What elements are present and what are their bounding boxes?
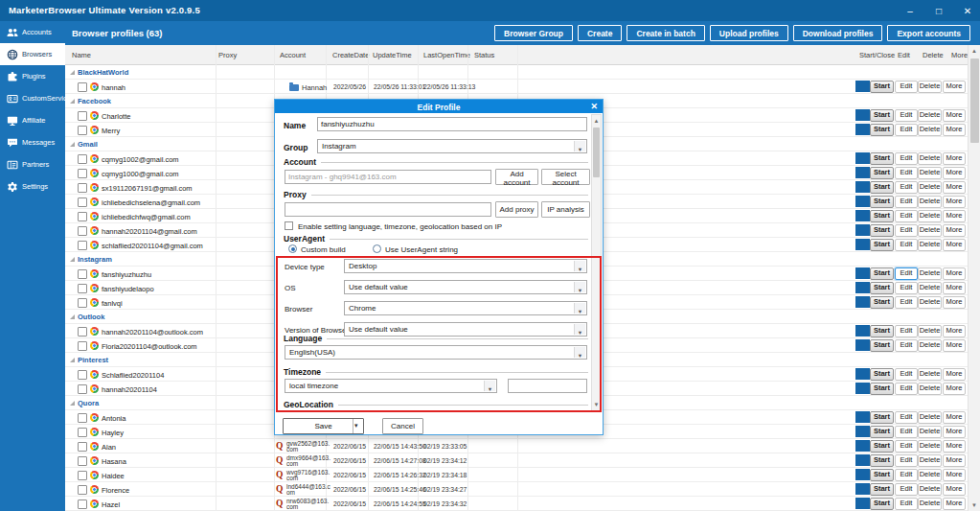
delete-button[interactable]: Delete bbox=[918, 196, 942, 208]
edit-button[interactable]: Edit bbox=[895, 239, 918, 251]
download-profiles-button[interactable]: Download profiles bbox=[793, 25, 883, 41]
group-row[interactable]: BlackHatWorld bbox=[65, 65, 968, 80]
add-proxy-button[interactable]: Add proxy bbox=[495, 201, 538, 218]
edit-button[interactable]: Edit bbox=[895, 224, 918, 237]
sidebar-item-affiliate[interactable]: Affiliate bbox=[0, 109, 65, 131]
delete-button[interactable]: Delete bbox=[918, 368, 942, 381]
start-button[interactable]: Start bbox=[870, 267, 894, 280]
column-header-createdate[interactable]: CreateDate bbox=[332, 51, 369, 59]
select-account-button[interactable]: Select account bbox=[541, 169, 590, 185]
start-button[interactable]: Start bbox=[870, 152, 894, 165]
start-button[interactable]: Start bbox=[870, 196, 894, 208]
edit-button[interactable]: Edit bbox=[895, 167, 918, 179]
group-expand-icon[interactable] bbox=[70, 257, 75, 262]
edit-button[interactable]: Edit bbox=[895, 296, 918, 309]
start-button[interactable]: Start bbox=[870, 81, 894, 93]
delete-button[interactable]: Delete bbox=[918, 498, 942, 510]
column-header-edit[interactable]: Edit bbox=[898, 51, 910, 59]
sidebar-item-messages[interactable]: Messages bbox=[0, 131, 65, 153]
group-dropdown[interactable]: Instagram bbox=[317, 139, 587, 153]
more-button[interactable]: More bbox=[943, 109, 966, 122]
start-button[interactable]: Start bbox=[870, 124, 894, 136]
edit-button[interactable]: Edit bbox=[895, 196, 918, 208]
more-button[interactable]: More bbox=[943, 483, 966, 496]
more-button[interactable]: More bbox=[943, 239, 966, 251]
edit-button[interactable]: Edit bbox=[895, 368, 918, 381]
start-button[interactable]: Start bbox=[870, 325, 894, 337]
edit-button[interactable]: Edit bbox=[895, 426, 918, 438]
delete-button[interactable]: Delete bbox=[918, 483, 942, 496]
dialog-scrollbar[interactable] bbox=[591, 114, 602, 411]
sidebar-item-browsers[interactable]: Browsers bbox=[0, 43, 65, 65]
edit-button[interactable]: Edit bbox=[895, 282, 918, 294]
delete-button[interactable]: Delete bbox=[918, 124, 942, 136]
edit-button[interactable]: Edit bbox=[895, 498, 918, 510]
dialog-close-icon[interactable]: ✕ bbox=[590, 102, 598, 111]
sidebar-item-accounts[interactable]: Accounts bbox=[0, 21, 65, 43]
delete-button[interactable]: Delete bbox=[918, 440, 942, 453]
delete-button[interactable]: Delete bbox=[918, 167, 942, 179]
sidebar-item-plugins[interactable]: Plugins bbox=[0, 65, 65, 87]
scroll-up-icon[interactable] bbox=[969, 45, 980, 57]
edit-button[interactable]: Edit bbox=[895, 124, 918, 136]
account-input[interactable] bbox=[285, 170, 491, 184]
column-header-account[interactable]: Account bbox=[280, 51, 306, 59]
save-dropdown-icon[interactable] bbox=[353, 419, 363, 433]
table-scrollbar[interactable] bbox=[968, 45, 980, 511]
scroll-down-icon[interactable] bbox=[592, 399, 601, 410]
delete-button[interactable]: Delete bbox=[918, 383, 942, 395]
edit-button[interactable]: Edit bbox=[895, 152, 918, 165]
minimize-icon[interactable]: – bbox=[903, 6, 917, 16]
dropdown-arrow-icon[interactable] bbox=[484, 381, 495, 391]
more-button[interactable]: More bbox=[943, 210, 966, 222]
more-button[interactable]: More bbox=[943, 339, 966, 352]
delete-button[interactable]: Delete bbox=[918, 296, 942, 309]
more-button[interactable]: More bbox=[943, 440, 966, 453]
column-header-name[interactable]: Name bbox=[72, 51, 91, 59]
start-button[interactable]: Start bbox=[870, 109, 894, 122]
edit-button[interactable]: Edit bbox=[895, 325, 918, 337]
start-button[interactable]: Start bbox=[870, 296, 894, 309]
upload-profiles-button[interactable]: Upload profiles bbox=[710, 25, 788, 41]
edit-button[interactable]: Edit bbox=[895, 210, 918, 222]
group-expand-icon[interactable] bbox=[70, 70, 75, 75]
start-button[interactable]: Start bbox=[870, 426, 894, 438]
more-button[interactable]: More bbox=[943, 498, 966, 510]
more-button[interactable]: More bbox=[943, 196, 966, 208]
dropdown-arrow-icon[interactable] bbox=[574, 303, 585, 314]
device-type-dropdown[interactable]: Desktop bbox=[344, 259, 587, 273]
profile-row[interactable]: HaideeQwvg9716@163.com2022/06/1522/06/15… bbox=[65, 468, 968, 482]
column-header-lastopentime[interactable]: LastOpenTime bbox=[423, 51, 470, 59]
browser-group-button[interactable]: Browser Group bbox=[494, 25, 573, 41]
column-header-more[interactable]: More bbox=[951, 51, 968, 59]
create-in-batch-button[interactable]: Create in batch bbox=[627, 25, 704, 41]
edit-button[interactable]: Edit bbox=[895, 181, 918, 194]
more-button[interactable]: More bbox=[943, 368, 966, 381]
scroll-down-icon[interactable] bbox=[969, 499, 980, 511]
more-button[interactable]: More bbox=[943, 81, 966, 93]
start-button[interactable]: Start bbox=[870, 282, 894, 294]
delete-button[interactable]: Delete bbox=[918, 339, 942, 352]
browser-dropdown[interactable]: Chrome bbox=[344, 301, 587, 315]
more-button[interactable]: More bbox=[943, 224, 966, 237]
delete-button[interactable]: Delete bbox=[918, 325, 942, 337]
custom-build-radio[interactable] bbox=[288, 244, 297, 253]
delete-button[interactable]: Delete bbox=[918, 181, 942, 194]
delete-button[interactable]: Delete bbox=[918, 152, 942, 165]
timezone-dropdown[interactable]: local timezone bbox=[285, 379, 497, 393]
create-button[interactable]: Create bbox=[578, 25, 622, 41]
start-button[interactable]: Start bbox=[870, 483, 894, 496]
edit-button[interactable]: Edit bbox=[895, 81, 918, 93]
dropdown-arrow-icon[interactable] bbox=[574, 261, 585, 271]
edit-button[interactable]: Edit bbox=[895, 411, 918, 424]
start-button[interactable]: Start bbox=[870, 181, 894, 194]
edit-button[interactable]: Edit bbox=[895, 483, 918, 496]
more-button[interactable]: More bbox=[943, 167, 966, 179]
delete-button[interactable]: Delete bbox=[918, 224, 942, 237]
sidebar-item-settings[interactable]: Settings bbox=[0, 175, 65, 197]
start-button[interactable]: Start bbox=[870, 454, 894, 467]
column-header-proxy[interactable]: Proxy bbox=[218, 51, 237, 59]
delete-button[interactable]: Delete bbox=[918, 411, 942, 424]
delete-button[interactable]: Delete bbox=[918, 282, 942, 294]
scroll-thumb[interactable] bbox=[593, 128, 600, 177]
